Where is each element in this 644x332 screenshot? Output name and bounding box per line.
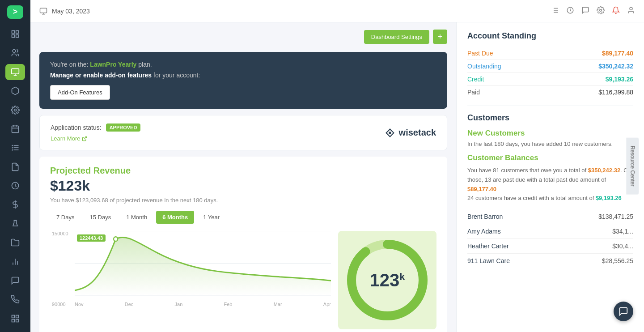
sidebar: >: [0, 0, 30, 332]
filter-15days[interactable]: 15 Days: [83, 211, 117, 224]
addon-features-button[interactable]: Add-On Features: [50, 85, 110, 100]
svg-rect-25: [16, 319, 19, 322]
chat-button[interactable]: [614, 302, 633, 321]
customer-row-0: Brent Barron $138,471.25: [467, 209, 633, 224]
wisetack-icon: [384, 127, 396, 139]
sidebar-item-billing[interactable]: [5, 196, 25, 213]
user-icon[interactable]: [627, 6, 635, 16]
svg-rect-1: [16, 30, 19, 33]
sidebar-item-tasks[interactable]: [5, 140, 25, 156]
add-widget-button[interactable]: +: [433, 30, 447, 44]
customers-title: Customers: [467, 113, 633, 123]
sidebar-item-monitor[interactable]: [5, 64, 25, 80]
svg-rect-9: [12, 126, 19, 132]
svg-line-38: [84, 136, 87, 139]
app-status-left: Application status: Approved Learn More: [51, 123, 140, 142]
sidebar-item-flask[interactable]: [5, 216, 25, 232]
paid-value: $116,399.88: [598, 89, 633, 96]
outstanding-value: $350,242.32: [598, 63, 633, 70]
content-area: Dashboard Settings + You're on the: Lawn…: [30, 22, 644, 332]
sidebar-item-charts[interactable]: [5, 253, 25, 269]
customer-row-2: Heather Carter $30,4...: [467, 239, 633, 254]
sidebar-item-gear[interactable]: [5, 102, 25, 118]
outstanding-label: Outstanding: [467, 63, 501, 70]
revenue-title: Projected Revenue: [50, 166, 436, 176]
standing-row-outstanding: Outstanding $350,242.32: [467, 60, 633, 73]
paid-label: Paid: [467, 89, 480, 96]
monitor-icon: [39, 7, 47, 15]
donut-value: 123k: [370, 270, 405, 290]
wisetack-logo: wisetack: [384, 127, 436, 139]
line-chart-svg: [75, 231, 331, 296]
external-link-icon: [82, 136, 87, 141]
svg-point-37: [630, 7, 632, 10]
revenue-amount: $123k: [50, 178, 436, 194]
new-customers-title: New Customers: [467, 129, 633, 138]
list-icon[interactable]: [551, 6, 559, 16]
status-label: Application status:: [51, 124, 102, 131]
sidebar-logo[interactable]: >: [7, 5, 23, 19]
topbar-left: May 03, 2023: [39, 7, 90, 15]
app-status-banner: Application status: Approved Learn More …: [39, 115, 447, 150]
customer-row-1: Amy Adams $34,1...: [467, 224, 633, 239]
clock-icon[interactable]: [566, 6, 574, 16]
dashboard-settings-button[interactable]: Dashboard Settings: [364, 30, 429, 44]
svg-point-40: [389, 132, 391, 134]
approved-badge: Approved: [106, 123, 141, 132]
chart-tooltip: 122443.43: [77, 234, 106, 242]
sidebar-item-calendar[interactable]: [5, 121, 25, 137]
filter-1month[interactable]: 1 Month: [120, 211, 153, 224]
sidebar-item-more[interactable]: [5, 311, 25, 327]
customer-balance-text: You have 81 customers that owe you a tot…: [467, 166, 633, 203]
resource-center-tab[interactable]: Resource Center: [627, 138, 639, 195]
svg-rect-2: [12, 35, 15, 38]
manage-text: Manage or enable add-on features for you…: [50, 72, 436, 79]
customer-balances-title: Customer Balances: [467, 153, 633, 162]
settings-icon[interactable]: [597, 6, 605, 16]
notification-icon[interactable]: [612, 6, 620, 16]
chart-y-labels: 150000 90000: [50, 231, 70, 307]
svg-rect-3: [16, 35, 19, 38]
sidebar-item-phone[interactable]: [5, 291, 25, 307]
svg-point-8: [14, 109, 17, 111]
dashboard-settings-bar: Dashboard Settings +: [39, 30, 447, 44]
svg-rect-5: [12, 68, 19, 74]
svg-rect-23: [16, 315, 19, 318]
topbar-icons: [551, 6, 635, 16]
svg-point-44: [114, 237, 118, 241]
credit-value: $9,193.26: [606, 76, 633, 83]
svg-rect-0: [12, 30, 15, 33]
topbar-date: May 03, 2023: [52, 8, 90, 15]
sidebar-item-files[interactable]: [5, 234, 25, 251]
svg-rect-26: [40, 8, 47, 13]
sidebar-item-clock[interactable]: [5, 178, 25, 194]
message-icon[interactable]: [581, 6, 589, 16]
filter-6months[interactable]: 6 Months: [156, 211, 194, 224]
learn-more-link[interactable]: Learn More: [51, 135, 140, 142]
sidebar-item-messages[interactable]: [5, 272, 25, 289]
account-standing-title: Account Standing: [467, 31, 633, 41]
sidebar-item-packages[interactable]: [5, 83, 25, 99]
standing-row-paid: Paid $116,399.88: [467, 86, 633, 98]
resource-center-button[interactable]: Resource Center: [627, 138, 639, 195]
account-standing-section: Account Standing Past Due $89,177.40 Out…: [467, 31, 633, 98]
svg-point-36: [600, 9, 602, 11]
filter-7days[interactable]: 7 Days: [50, 211, 80, 224]
standing-row-credit: Credit $9,193.26: [467, 73, 633, 86]
standing-row-past-due: Past Due $89,177.40: [467, 47, 633, 60]
past-due-label: Past Due: [467, 50, 493, 57]
plan-name: LawnPro Yearly: [90, 61, 136, 68]
svg-point-4: [13, 50, 16, 53]
plan-banner: You're on the: LawnPro Yearly plan. Mana…: [39, 52, 447, 109]
customer-row-3: 911 Lawn Care $28,556.25: [467, 254, 633, 268]
svg-rect-24: [12, 319, 15, 322]
time-filter-bar: 7 Days 15 Days 1 Month 6 Months 1 Year: [50, 211, 436, 224]
revenue-section: Projected Revenue $123k You have $123,09…: [39, 157, 447, 332]
sidebar-item-dashboard[interactable]: [5, 26, 25, 42]
filter-1year[interactable]: 1 Year: [197, 211, 226, 224]
sidebar-item-contacts[interactable]: [5, 45, 25, 61]
revenue-description: You have $123,093.68 of projected revenu…: [50, 197, 436, 204]
chart-x-labels: Nov Dec Jan Feb Mar Apr: [75, 302, 331, 307]
divider-1: [467, 106, 633, 106]
sidebar-item-docs[interactable]: [5, 159, 25, 175]
